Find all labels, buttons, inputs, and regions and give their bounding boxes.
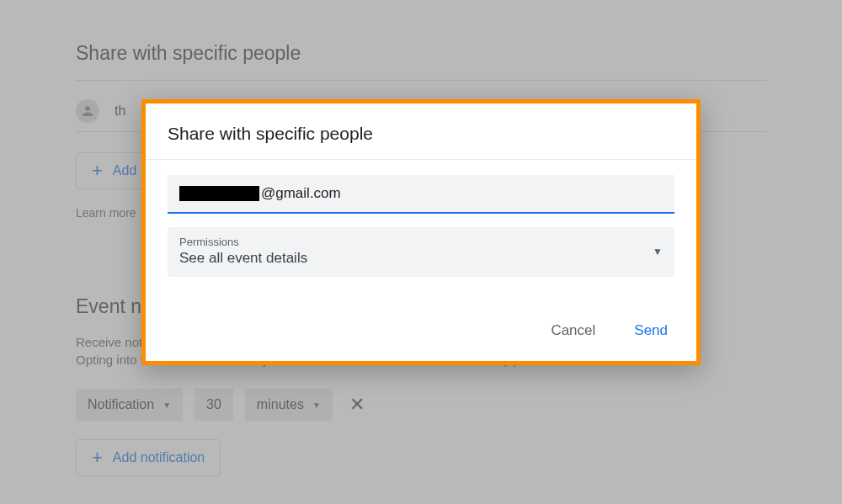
permissions-content: Permissions See all event details [179, 236, 307, 267]
send-button[interactable]: Send [627, 317, 674, 344]
email-suffix: @gmail.com [261, 185, 341, 202]
permissions-select[interactable]: Permissions See all event details ▼ [168, 227, 674, 277]
caret-down-icon: ▼ [653, 246, 663, 257]
share-dialog: Share with specific people @gmail.com Pe… [146, 103, 696, 361]
redacted-text [179, 186, 259, 201]
email-input[interactable]: @gmail.com [168, 175, 674, 214]
cancel-button[interactable]: Cancel [544, 317, 602, 344]
dialog-title: Share with specific people [168, 124, 674, 144]
dialog-divider [146, 159, 696, 160]
permissions-label: Permissions [179, 236, 307, 248]
permissions-value: See all event details [179, 250, 307, 267]
share-dialog-highlight: Share with specific people @gmail.com Pe… [141, 99, 701, 365]
dialog-actions: Cancel Send [168, 317, 674, 344]
